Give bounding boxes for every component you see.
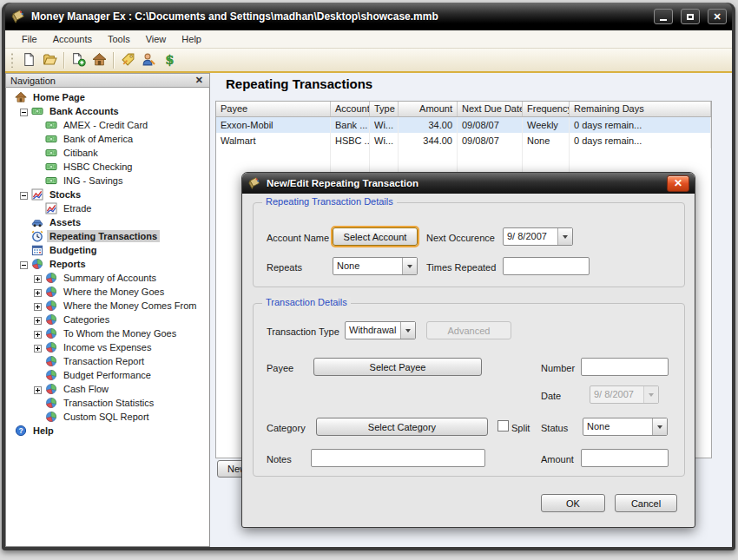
- cell-payee: Exxon-Mobil: [216, 117, 331, 133]
- expand-icon[interactable]: [34, 316, 42, 324]
- sidebar-item-transaction-statistics[interactable]: Transaction Statistics: [6, 396, 209, 410]
- minimize-button[interactable]: [654, 9, 673, 24]
- sidebar-item-where-the-money-goes[interactable]: Where the Money Goes: [6, 285, 209, 299]
- toolbar-currency-button[interactable]: $: [159, 50, 180, 70]
- repeats-dropdown[interactable]: None: [333, 257, 418, 275]
- toolbar-new-account-button[interactable]: [68, 50, 89, 70]
- chevron-down-icon[interactable]: [652, 418, 667, 435]
- toolbar-grip[interactable]: [10, 52, 16, 68]
- toolbar-payees-button[interactable]: [138, 50, 159, 70]
- sidebar-item-summary-of-accounts[interactable]: Summary of Accounts: [6, 271, 209, 285]
- collapse-icon[interactable]: [20, 191, 28, 199]
- column-header-account[interactable]: Account: [331, 102, 370, 116]
- sidebar-item-bank-of-america[interactable]: Bank of America: [6, 132, 209, 146]
- number-field[interactable]: [581, 358, 669, 376]
- column-header-amount[interactable]: Amount: [399, 102, 458, 116]
- expand-icon[interactable]: [34, 385, 42, 393]
- split-checkbox[interactable]: [497, 420, 509, 432]
- minimize-icon: [660, 19, 667, 21]
- select-account-button[interactable]: Select Account: [333, 227, 418, 246]
- table-row-exxon-mobil[interactable]: Exxon-MobilBank ...Wi...34.0009/08/07Wee…: [216, 117, 711, 133]
- sidebar-item-ing-savings[interactable]: ING - Savings: [6, 174, 209, 188]
- column-header-frequency[interactable]: Frequency: [523, 102, 570, 116]
- collapse-icon[interactable]: [20, 260, 28, 268]
- times-repeated-field[interactable]: [503, 257, 590, 275]
- select-category-button[interactable]: Select Category: [316, 418, 488, 436]
- transaction-type-dropdown[interactable]: Withdrawal: [345, 321, 416, 339]
- sidebar-item-to-whom-the-money-goes[interactable]: To Whom the Money Goes: [6, 326, 209, 340]
- amount-field[interactable]: [581, 449, 669, 467]
- expand-icon[interactable]: [34, 288, 42, 296]
- menu-tools[interactable]: Tools: [100, 31, 138, 47]
- car-icon: [31, 216, 43, 228]
- pie-icon: [45, 383, 57, 395]
- sidebar-item-income-vs-expenses[interactable]: Income vs Expenses: [6, 340, 209, 354]
- chevron-down-icon[interactable]: [400, 322, 415, 339]
- sidebar-item-reports[interactable]: Reports: [6, 257, 209, 271]
- chevron-down-icon[interactable]: [557, 228, 572, 245]
- group-legend: Transaction Details: [262, 297, 351, 307]
- page-title: Repeating Transactions: [226, 76, 372, 91]
- collapse-icon[interactable]: [20, 108, 28, 115]
- sidebar-item-help[interactable]: ?Help: [6, 424, 209, 438]
- menu-accounts[interactable]: Accounts: [45, 31, 100, 47]
- sidebar-item-amex-credit-card[interactable]: AMEX - Credit Card: [6, 118, 209, 132]
- sidebar-item-label: Income vs Expenses: [61, 341, 155, 353]
- sidebar-item-etrade[interactable]: Etrade: [6, 201, 209, 215]
- sidebar-item-label: Cash Flow: [61, 383, 111, 395]
- sidebar-item-hsbc-checking[interactable]: HSBC Checking: [6, 160, 209, 174]
- toolbar-new-file-button[interactable]: [18, 50, 39, 70]
- new-account-icon: [71, 52, 86, 69]
- sidebar-item-stocks[interactable]: Stocks: [6, 188, 209, 201]
- sidebar-item-where-the-money-comes-from[interactable]: Where the Money Comes From: [6, 299, 209, 313]
- expand-icon[interactable]: [34, 344, 42, 352]
- menu-file[interactable]: File: [14, 31, 45, 47]
- expand-icon[interactable]: [34, 274, 42, 282]
- sidebar-item-label: Bank Accounts: [47, 105, 122, 117]
- column-header-type[interactable]: Type: [370, 102, 399, 116]
- sidebar-item-home-page[interactable]: Home Page: [6, 90, 209, 104]
- categories-icon: [121, 52, 135, 69]
- sidebar-item-citibank[interactable]: Citibank: [6, 146, 209, 160]
- toolbar-categories-button[interactable]: [117, 50, 138, 70]
- advanced-button[interactable]: Advanced: [426, 321, 511, 339]
- menu-view[interactable]: View: [138, 31, 175, 47]
- notes-field[interactable]: [311, 449, 485, 467]
- sidebar-item-custom-sql-report[interactable]: Custom SQL Report: [6, 410, 209, 424]
- sidebar-item-budgeting[interactable]: Budgeting: [6, 243, 209, 257]
- sidebar-item-label: To Whom the Money Goes: [61, 327, 179, 339]
- expand-icon[interactable]: [34, 302, 42, 310]
- ok-button[interactable]: OK: [541, 494, 605, 512]
- expand-icon[interactable]: [34, 330, 42, 338]
- sidebar-item-repeating-transactions[interactable]: Repeating Transactions: [6, 229, 209, 243]
- column-header-remaining-days[interactable]: Remaining Days: [570, 102, 711, 116]
- close-button[interactable]: ✕: [708, 9, 727, 24]
- sidebar-item-cash-flow[interactable]: Cash Flow: [6, 382, 209, 396]
- chevron-down-icon: [643, 386, 658, 403]
- table-row-walmart[interactable]: WalmartHSBC ...Wi...344.0009/08/07None0 …: [216, 133, 711, 148]
- column-header-next-due-date[interactable]: Next Due Date: [458, 102, 523, 116]
- cell-amount: 344.00: [399, 133, 458, 148]
- money-icon: [45, 119, 57, 131]
- navigation-close-button[interactable]: ✕: [194, 75, 205, 86]
- column-header-payee[interactable]: Payee: [216, 102, 331, 116]
- maximize-button[interactable]: [681, 9, 700, 24]
- svg-text:?: ?: [18, 426, 23, 435]
- toolbar-home-button[interactable]: [89, 50, 109, 70]
- next-occurence-label: Next Occurence: [426, 232, 495, 244]
- sidebar-item-bank-accounts[interactable]: Bank Accounts: [6, 104, 209, 118]
- pie-icon: [45, 411, 57, 423]
- cancel-button[interactable]: Cancel: [615, 494, 677, 512]
- status-dropdown[interactable]: None: [583, 418, 668, 436]
- toolbar-open-folder-button[interactable]: [39, 50, 60, 70]
- sidebar-item-budget-performance[interactable]: Budget Performance: [6, 368, 209, 382]
- sidebar-item-categories[interactable]: Categories: [6, 313, 209, 326]
- dialog-close-button[interactable]: ✕: [667, 175, 689, 192]
- menu-help[interactable]: Help: [174, 31, 209, 47]
- pie-icon: [45, 286, 57, 298]
- sidebar-item-assets[interactable]: Assets: [6, 215, 209, 229]
- chevron-down-icon[interactable]: [402, 258, 417, 274]
- next-occurence-datepicker[interactable]: 9/ 8/2007: [503, 227, 573, 246]
- sidebar-item-transaction-report[interactable]: Transaction Report: [6, 354, 209, 368]
- select-payee-button[interactable]: Select Payee: [313, 358, 482, 376]
